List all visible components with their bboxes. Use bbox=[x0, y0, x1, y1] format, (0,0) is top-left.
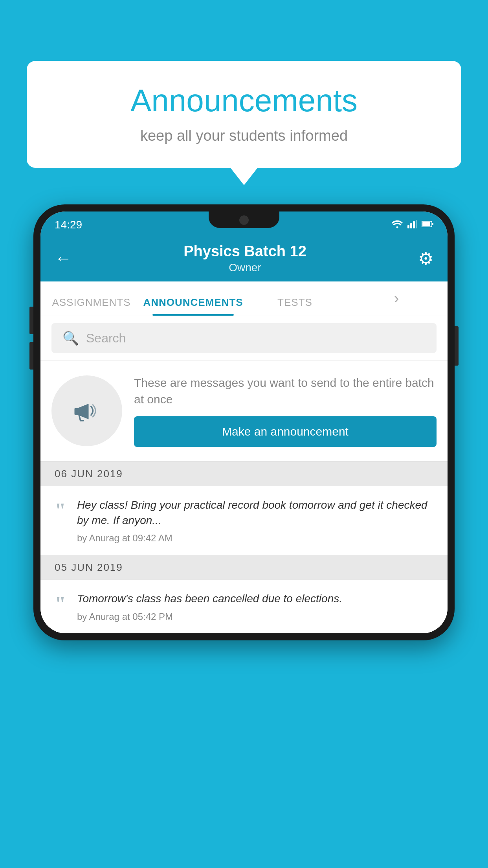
search-box[interactable]: 🔍 Search bbox=[51, 323, 437, 353]
announcement-meta-2: by Anurag at 05:42 PM bbox=[77, 611, 433, 622]
search-input-placeholder[interactable]: Search bbox=[86, 331, 126, 346]
tab-assignments[interactable]: ASSIGNMENTS bbox=[40, 296, 142, 316]
search-icon: 🔍 bbox=[62, 330, 79, 346]
announcement-item-2[interactable]: " Tomorrow's class has been cancelled du… bbox=[40, 580, 448, 633]
phone-notch bbox=[209, 211, 279, 228]
status-icons bbox=[392, 220, 433, 230]
back-button[interactable]: ← bbox=[55, 248, 72, 268]
volume-button-down bbox=[29, 342, 33, 370]
battery-icon bbox=[422, 221, 433, 229]
date-separator-2: 05 JUN 2019 bbox=[40, 555, 448, 580]
svg-rect-5 bbox=[432, 223, 433, 225]
speech-bubble-container: Announcements keep all your students inf… bbox=[27, 61, 461, 168]
announcement-text-1: Hey class! Bring your practical record b… bbox=[77, 497, 433, 528]
svg-rect-6 bbox=[422, 222, 430, 226]
announcement-content-1: Hey class! Bring your practical record b… bbox=[77, 497, 433, 544]
signal-icon bbox=[407, 220, 417, 230]
svg-rect-0 bbox=[407, 225, 409, 228]
volume-button-up bbox=[29, 307, 33, 334]
speech-bubble: Announcements keep all your students inf… bbox=[27, 61, 461, 168]
svg-rect-2 bbox=[413, 221, 415, 228]
toolbar-title-group: Physics Batch 12 Owner bbox=[183, 243, 306, 274]
svg-rect-7 bbox=[75, 408, 79, 415]
quote-icon-2: " bbox=[55, 594, 66, 614]
svg-rect-1 bbox=[410, 223, 412, 228]
bubble-subtitle: keep all your students informed bbox=[50, 127, 438, 144]
promo-icon-circle bbox=[51, 375, 122, 446]
announcement-promo-section: These are messages you want to send to t… bbox=[40, 360, 448, 462]
announcement-content-2: Tomorrow's class has been cancelled due … bbox=[77, 591, 433, 622]
date-separator-1: 06 JUN 2019 bbox=[40, 462, 448, 486]
tab-announcements[interactable]: ANNOUNCEMENTS bbox=[142, 296, 244, 316]
promo-content: These are messages you want to send to t… bbox=[134, 375, 437, 447]
announcement-item-1[interactable]: " Hey class! Bring your practical record… bbox=[40, 486, 448, 555]
toolbar-role: Owner bbox=[183, 261, 306, 274]
tabs-bar: ASSIGNMENTS ANNOUNCEMENTS TESTS › bbox=[40, 281, 448, 316]
tab-tests[interactable]: TESTS bbox=[244, 296, 346, 316]
power-button bbox=[455, 326, 459, 366]
settings-icon[interactable]: ⚙ bbox=[418, 248, 433, 268]
tab-more[interactable]: › bbox=[346, 289, 448, 316]
quote-icon-1: " bbox=[55, 500, 66, 521]
search-container: 🔍 Search bbox=[40, 316, 448, 360]
phone-camera bbox=[239, 215, 249, 225]
phone-body: 14:29 bbox=[33, 204, 455, 640]
megaphone-icon bbox=[69, 393, 105, 428]
status-time: 14:29 bbox=[55, 219, 82, 231]
toolbar-batch-name: Physics Batch 12 bbox=[183, 243, 306, 260]
phone-mockup: 14:29 bbox=[33, 204, 455, 640]
svg-rect-3 bbox=[416, 220, 417, 228]
announcement-text-2: Tomorrow's class has been cancelled due … bbox=[77, 591, 433, 606]
announcement-meta-1: by Anurag at 09:42 AM bbox=[77, 533, 433, 544]
make-announcement-button[interactable]: Make an announcement bbox=[134, 416, 437, 447]
phone-screen: 14:29 bbox=[40, 211, 448, 633]
bubble-title: Announcements bbox=[50, 83, 438, 119]
wifi-icon bbox=[392, 220, 403, 230]
app-toolbar: ← Physics Batch 12 Owner ⚙ bbox=[40, 235, 448, 281]
promo-description: These are messages you want to send to t… bbox=[134, 375, 437, 408]
